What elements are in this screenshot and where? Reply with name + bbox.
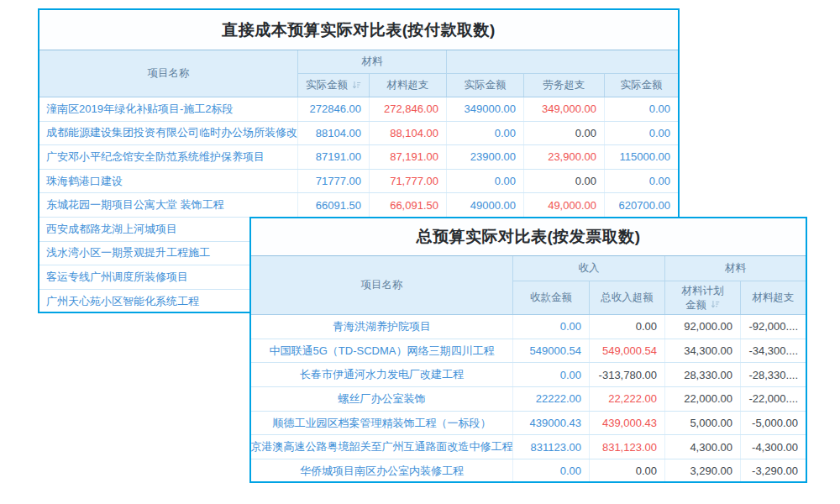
cell-labor-overrun: 49,000.00 bbox=[524, 193, 605, 217]
column-header-material-overrun: 材料超支 bbox=[370, 74, 447, 97]
table2-body: 青海洪湖养护院项目 0.00 0.00 92,000.00 -92,000...… bbox=[251, 315, 806, 483]
cell-labor-overrun: 349,000.00 bbox=[524, 97, 605, 121]
sort-descending-icon[interactable] bbox=[352, 81, 361, 90]
cell-material-plan: 92,000.00 bbox=[665, 315, 741, 339]
table-row: 广安邓小平纪念馆安全防范系统维护保养项目 87191.00 87,191.00 … bbox=[39, 145, 678, 170]
table1-title: 直接成本预算实际对比表(按付款取数) bbox=[39, 10, 678, 50]
cell-material-overrun: -22,000.... bbox=[741, 387, 806, 411]
column-group-material: 材料 bbox=[665, 256, 806, 281]
cell-labor-overrun: 0.00 bbox=[524, 170, 605, 193]
column-header-received-amount: 收款金额 bbox=[513, 281, 590, 314]
column-header-total-income-excess: 总收入超额 bbox=[590, 281, 665, 314]
column-group-blank bbox=[447, 50, 678, 74]
project-name-link[interactable]: 中国联通5G（TD-SCDMA）网络三期四川工程 bbox=[251, 339, 513, 363]
table-row: 京港澳高速公路粤境韶关至广州互通路面改造中修工程 831123.00 831,1… bbox=[251, 435, 806, 459]
project-name-link[interactable]: 顺德工业园区档案管理精装饰工程（一标段） bbox=[251, 412, 513, 435]
table2-header: 项目名称 收入 材料 收款金额 总收入超额 材料计划 金额 材料超支 bbox=[251, 256, 806, 315]
column-header-labor-overrun: 劳务超支 bbox=[524, 74, 605, 97]
table-row: 东城花园一期项目公寓大堂 装饰工程 66091.50 66,091.50 490… bbox=[39, 193, 678, 218]
cell-actual-labor: 0.00 bbox=[447, 170, 524, 193]
table2-title: 总预算实际对比表(按发票取数) bbox=[251, 218, 806, 256]
column-group-income: 收入 bbox=[513, 256, 665, 281]
cell-received-amount: 0.00 bbox=[513, 315, 590, 339]
cell-actual-material: 66091.50 bbox=[298, 193, 370, 217]
cell-actual-labor: 23900.00 bbox=[447, 145, 524, 169]
column-header-project-name: 项目名称 bbox=[39, 50, 298, 97]
column-header-material-overrun: 材料超支 bbox=[741, 281, 806, 314]
cell-material-plan: 34,300.00 bbox=[665, 339, 741, 363]
cell-actual-labor: 349000.00 bbox=[447, 97, 524, 121]
cell-material-overrun: -34,300.... bbox=[741, 339, 806, 363]
column-header-actual-amount-material[interactable]: 实际金额 bbox=[298, 74, 370, 97]
cell-material-overrun: -3,290.00 bbox=[741, 459, 806, 483]
column-header-actual-amount-3: 实际金额 bbox=[605, 74, 678, 97]
cell-actual-labor: 0.00 bbox=[447, 122, 524, 145]
table-row: 螺丝厂办公室装饰 22222.00 22,222.00 22,000.00 -2… bbox=[251, 387, 806, 412]
cell-material-plan: 4,300.00 bbox=[665, 435, 741, 459]
cell-income-excess: 0.00 bbox=[590, 459, 665, 483]
cell-material-plan: 3,290.00 bbox=[665, 459, 741, 483]
project-name-link[interactable]: 广安邓小平纪念馆安全防范系统维护保养项目 bbox=[39, 145, 298, 169]
cell-income-excess: 22,222.00 bbox=[590, 387, 665, 411]
cell-received-amount: 0.00 bbox=[513, 363, 590, 386]
cell-actual-3: 620700.00 bbox=[605, 193, 678, 217]
column-header-label: 金额 bbox=[685, 298, 706, 312]
project-name-link[interactable]: 长春市伊通河水力发电厂改建工程 bbox=[251, 363, 513, 386]
cell-actual-labor: 49000.00 bbox=[447, 193, 524, 217]
project-name-link[interactable]: 东城花园一期项目公寓大堂 装饰工程 bbox=[39, 193, 298, 217]
cell-actual-3: 0.00 bbox=[605, 97, 678, 121]
project-name-link[interactable]: 珠海鹤港口建设 bbox=[39, 170, 298, 193]
table1-header: 项目名称 材料 实际金额 材料超支 实际金额 劳务超支 实际金额 bbox=[39, 50, 678, 97]
cell-received-amount: 439000.43 bbox=[513, 412, 590, 435]
column-header-project-name: 项目名称 bbox=[251, 256, 513, 314]
cell-income-excess: 831,123.00 bbox=[590, 435, 665, 459]
column-header-label-line2: 金额 bbox=[685, 298, 720, 312]
project-name-link[interactable]: 京港澳高速公路粤境韶关至广州互通路面改造中修工程 bbox=[251, 435, 513, 459]
column-header-material-plan-amount[interactable]: 材料计划 金额 bbox=[665, 281, 741, 314]
cell-received-amount: 549000.54 bbox=[513, 339, 590, 363]
cell-received-amount: 831123.00 bbox=[513, 435, 590, 459]
cell-material-plan: 22,000.00 bbox=[665, 387, 741, 411]
project-name-link[interactable]: 潼南区2019年绿化补贴项目-施工2标段 bbox=[39, 97, 298, 121]
cell-actual-3: 0.00 bbox=[605, 122, 678, 145]
table-row: 成都能源建设集团投资有限公司临时办公场所装修改 88104.00 88,104.… bbox=[39, 122, 678, 146]
cell-income-excess: -313,780.00 bbox=[590, 363, 665, 386]
cell-labor-overrun: 0.00 bbox=[524, 122, 605, 145]
cell-income-excess: 0.00 bbox=[590, 315, 665, 339]
cell-income-excess: 549,000.54 bbox=[590, 339, 665, 363]
cell-material-overrun: 66,091.50 bbox=[370, 193, 447, 217]
column-group-material: 材料 bbox=[298, 50, 447, 74]
cell-material-overrun: -4,300.00 bbox=[741, 435, 806, 459]
cell-actual-material: 71777.00 bbox=[298, 170, 370, 193]
cell-material-overrun: -28,330.... bbox=[741, 363, 806, 386]
cell-material-plan: 28,330.00 bbox=[665, 363, 741, 386]
cell-labor-overrun: 23,900.00 bbox=[524, 145, 605, 169]
column-header-actual-amount-labor: 实际金额 bbox=[447, 74, 524, 97]
cell-actual-3: 0.00 bbox=[605, 170, 678, 193]
cell-income-excess: 439,000.43 bbox=[590, 412, 665, 435]
table-row: 珠海鹤港口建设 71777.00 71,777.00 0.00 0.00 0.0… bbox=[39, 170, 678, 194]
table-row: 华侨城项目南区办公室内装修工程 0.00 0.00 3,290.00 -3,29… bbox=[251, 459, 806, 483]
project-name-link[interactable]: 螺丝厂办公室装饰 bbox=[251, 387, 513, 411]
sort-descending-icon[interactable] bbox=[711, 300, 720, 309]
column-header-label: 材料计划 bbox=[682, 284, 724, 298]
cell-material-overrun: 87,191.00 bbox=[370, 145, 447, 169]
cell-material-overrun: 88,104.00 bbox=[370, 122, 447, 145]
project-name-link[interactable]: 青海洪湖养护院项目 bbox=[251, 315, 513, 339]
column-header-label: 实际金额 bbox=[306, 78, 348, 92]
cell-actual-3: 115000.00 bbox=[605, 145, 678, 169]
table-row: 潼南区2019年绿化补贴项目-施工2标段 272846.00 272,846.0… bbox=[39, 97, 678, 122]
table-row: 顺德工业园区档案管理精装饰工程（一标段） 439000.43 439,000.4… bbox=[251, 412, 806, 436]
cell-actual-material: 88104.00 bbox=[298, 122, 370, 145]
table-row: 长春市伊通河水力发电厂改建工程 0.00 -313,780.00 28,330.… bbox=[251, 363, 806, 387]
cell-material-overrun: 272,846.00 bbox=[370, 97, 447, 121]
cell-material-overrun: 71,777.00 bbox=[370, 170, 447, 193]
project-name-link[interactable]: 成都能源建设集团投资有限公司临时办公场所装修改 bbox=[39, 122, 298, 145]
cell-material-plan: 5,000.00 bbox=[665, 412, 741, 435]
project-name-link[interactable]: 华侨城项目南区办公室内装修工程 bbox=[251, 459, 513, 483]
cell-received-amount: 22222.00 bbox=[513, 387, 590, 411]
cell-actual-material: 272846.00 bbox=[298, 97, 370, 121]
table-row: 中国联通5G（TD-SCDMA）网络三期四川工程 549000.54 549,0… bbox=[251, 339, 806, 364]
cell-received-amount: 0.00 bbox=[513, 459, 590, 483]
total-budget-comparison-table: 总预算实际对比表(按发票取数) 项目名称 收入 材料 收款金额 总收入超额 材料… bbox=[249, 217, 807, 483]
